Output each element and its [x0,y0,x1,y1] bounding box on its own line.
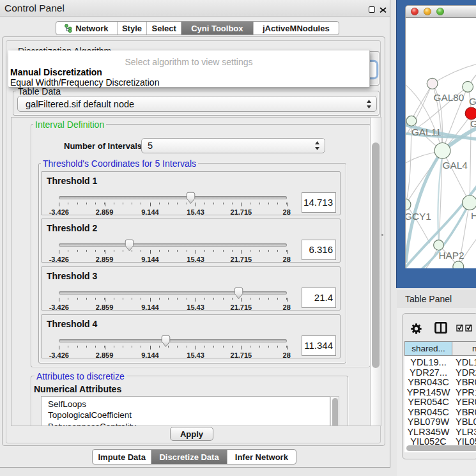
svg-text:GAL4: GAL4 [442,160,468,171]
svg-text:GAL1: GAL1 [470,118,476,129]
svg-text:GAL2: GAL2 [469,96,476,107]
svg-text:GCY1: GCY1 [405,211,431,222]
svg-text:GAL80: GAL80 [434,92,464,103]
svg-text:GAL11: GAL11 [411,127,441,137]
svg-text:HAP4: HAP4 [471,210,476,221]
svg-text:HAP2: HAP2 [439,250,464,261]
